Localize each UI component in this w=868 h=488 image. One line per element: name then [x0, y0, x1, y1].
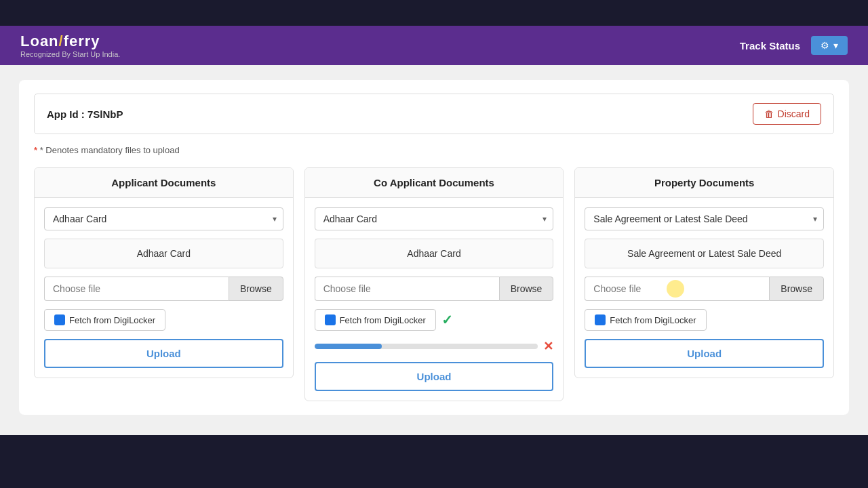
bottom-bar	[0, 435, 868, 461]
co-applicant-doc-label-box: Adhaar Card	[315, 239, 554, 268]
applicant-browse-btn[interactable]: Browse	[229, 277, 283, 301]
check-icon: ✓	[441, 312, 453, 328]
co-applicant-doc-select[interactable]: Adhaar Card	[315, 207, 554, 230]
applicant-file-input[interactable]	[44, 277, 229, 301]
co-applicant-digilocker-label: Fetch from DigiLocker	[340, 315, 426, 325]
applicant-select-wrapper: Adhaar Card ▾	[44, 207, 283, 230]
main-content: App Id : 7SlNbP 🗑 Discard * * Denotes ma…	[0, 65, 868, 435]
property-doc-label-box: Sale Agreement or Latest Sale Deed	[585, 239, 824, 268]
property-file-input-row: Browse	[585, 277, 824, 301]
property-browse-btn[interactable]: Browse	[769, 277, 824, 301]
applicant-doc-select[interactable]: Adhaar Card	[44, 207, 283, 230]
property-col-header: Property Documents	[575, 168, 833, 198]
property-digilocker-row: Fetch from DigiLocker	[585, 309, 824, 331]
app-header: App Id : 7SlNbP 🗑 Discard	[34, 94, 834, 134]
applicant-digilocker-btn[interactable]: Fetch from DigiLocker	[44, 309, 165, 331]
top-bar	[0, 0, 868, 26]
applicant-upload-btn[interactable]: Upload	[44, 339, 283, 368]
applicant-digilocker-row: Fetch from DigiLocker	[44, 309, 283, 331]
applicant-column: Applicant Documents Adhaar Card ▾ Adhaar…	[34, 167, 294, 378]
property-digilocker-label: Fetch from DigiLocker	[610, 315, 696, 325]
discard-button[interactable]: 🗑 Discard	[753, 103, 821, 125]
co-applicant-progress-row: ✕	[315, 339, 554, 354]
co-applicant-file-input[interactable]	[315, 277, 499, 301]
discard-icon: 🗑	[764, 108, 774, 119]
app-card: App Id : 7SlNbP 🗑 Discard * * Denotes ma…	[19, 80, 849, 415]
co-applicant-browse-btn[interactable]: Browse	[499, 277, 554, 301]
applicant-col-body: Adhaar Card ▾ Adhaar Card Browse	[35, 198, 293, 378]
property-doc-select[interactable]: Sale Agreement or Latest Sale Deed	[585, 207, 824, 230]
co-applicant-select-wrapper: Adhaar Card ▾	[315, 207, 554, 230]
logo-area: Loan/ferry Recognized By Start Up India.	[20, 33, 120, 58]
co-applicant-progress-bar-fill	[315, 344, 382, 349]
logo-part2: ferry	[64, 33, 100, 49]
applicant-doc-label-box: Adhaar Card	[44, 239, 283, 268]
discard-label: Discard	[778, 108, 810, 119]
applicant-col-header: Applicant Documents	[35, 168, 293, 198]
settings-button[interactable]: ⚙ ▾	[811, 36, 848, 55]
property-digi-icon	[595, 314, 606, 325]
co-applicant-column: Co Applicant Documents Adhaar Card ▾ Adh…	[304, 167, 564, 401]
property-upload-btn[interactable]: Upload	[585, 339, 824, 368]
logo-tagline: Recognized By Start Up India.	[20, 50, 120, 58]
logo: Loan/ferry	[20, 33, 120, 50]
property-digilocker-btn[interactable]: Fetch from DigiLocker	[585, 309, 706, 331]
property-column: Property Documents Sale Agreement or Lat…	[574, 167, 834, 378]
co-applicant-file-input-row: Browse	[315, 277, 554, 301]
mandatory-note: * * Denotes mandatory files to upload	[34, 145, 834, 155]
co-applicant-digi-icon	[325, 314, 336, 325]
caret-icon: ▾	[833, 40, 838, 51]
co-applicant-digilocker-row: Fetch from DigiLocker ✓	[315, 309, 554, 331]
co-applicant-remove-btn[interactable]: ✕	[543, 339, 553, 354]
property-col-body: Sale Agreement or Latest Sale Deed ▾ Sal…	[575, 198, 833, 378]
co-applicant-col-body: Adhaar Card ▾ Adhaar Card Browse	[305, 198, 564, 401]
applicant-digilocker-label: Fetch from DigiLocker	[69, 315, 155, 325]
columns: Applicant Documents Adhaar Card ▾ Adhaar…	[34, 167, 834, 401]
applicant-digi-icon	[54, 314, 65, 325]
logo-part1: Loan	[20, 33, 59, 49]
co-applicant-col-header: Co Applicant Documents	[305, 168, 564, 198]
co-applicant-digilocker-btn[interactable]: Fetch from DigiLocker	[315, 309, 436, 331]
applicant-file-input-row: Browse	[44, 277, 283, 301]
gear-icon: ⚙	[821, 40, 829, 51]
navbar: Loan/ferry Recognized By Start Up India.…	[0, 26, 868, 65]
co-applicant-progress-bar-wrap	[315, 344, 538, 349]
logo-slash: /	[59, 33, 64, 49]
track-status-label: Track Status	[740, 40, 800, 52]
app-id: App Id : 7SlNbP	[47, 108, 123, 120]
co-applicant-upload-btn[interactable]: Upload	[315, 362, 554, 391]
property-select-wrapper: Sale Agreement or Latest Sale Deed ▾	[585, 207, 824, 230]
property-file-input[interactable]	[585, 277, 769, 301]
nav-right: Track Status ⚙ ▾	[740, 36, 848, 55]
